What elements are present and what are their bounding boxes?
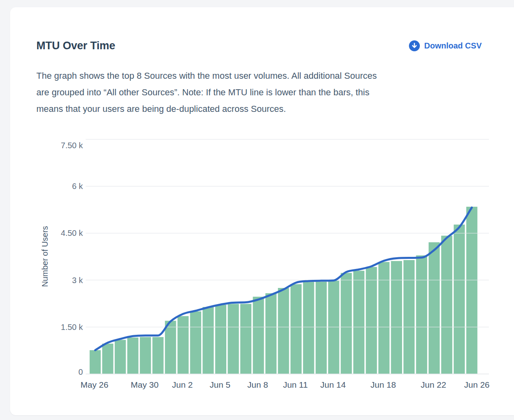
description-line: The graph shows the top 8 Sources with t…	[36, 67, 491, 84]
mtu-card: MTU Over Time Download CSV The graph sho…	[10, 7, 514, 415]
description-line: means that your users are being de-dupli…	[36, 101, 491, 117]
download-csv-label: Download CSV	[424, 41, 482, 50]
page-background: MTU Over Time Download CSV The graph sho…	[0, 0, 514, 420]
chart-description: The graph shows the top 8 Sources with t…	[36, 67, 491, 117]
download-csv-button[interactable]: Download CSV	[409, 40, 482, 51]
description-line: are grouped into “All other Sources”. No…	[36, 84, 491, 101]
arrow-down-circle-icon	[409, 40, 420, 51]
page-title: MTU Over Time	[36, 40, 115, 52]
